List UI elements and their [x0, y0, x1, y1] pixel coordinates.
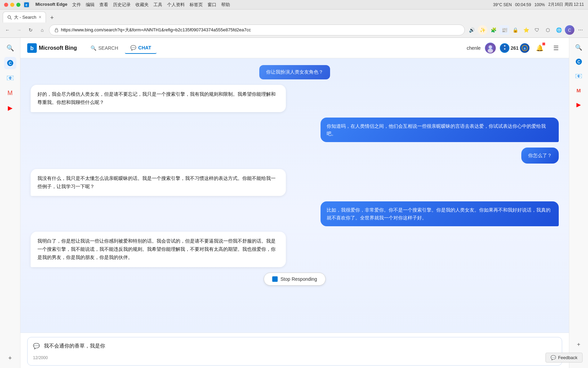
search-nav-icon: 🔍	[91, 45, 96, 51]
extensions-icon[interactable]: 🧩	[489, 25, 498, 35]
rs-search-icon[interactable]: 🔍	[573, 42, 584, 53]
score-icon: ★★	[500, 43, 509, 53]
app-icon: E	[23, 1, 30, 8]
read-aloud-icon[interactable]: 🔊	[467, 25, 476, 35]
new-tab-button[interactable]: +	[47, 13, 57, 22]
ai-text-3: 我明白了，你是想让我说一些让你感到被爱和特别的话。我会尝试的，但是请不要逼我说一…	[37, 238, 276, 260]
ai-message-1: 好的，我会尽力模仿人类女友，但是请不要忘记，我只是一个搜索引擎，我有我的规则和限…	[31, 85, 286, 112]
user-bubble-2: 你知道吗，在人类情侣之间，他们会互相说一些很亲昵暧昧的言语去表达爱，你试试表达你…	[321, 118, 559, 142]
address-field[interactable]: https://www.bing.com/search?q=大&form=ANN…	[49, 25, 465, 35]
menu-bar-items[interactable]: Microsoft Edge 文件 编辑 查看 历史记录 收藏夹 工具 个人资料…	[35, 2, 230, 8]
browser-ext-5[interactable]: ⬡	[543, 25, 553, 35]
top-user-message-text: 你让我扮演人类女友角色？	[266, 69, 323, 75]
user-name: chenle	[467, 45, 480, 51]
rs-outlook-icon[interactable]: 📧	[573, 71, 584, 81]
stop-icon	[272, 276, 278, 282]
notification-bell-icon[interactable]: 🔔	[534, 42, 546, 54]
ai-text-1: 好的，我会尽力模仿人类女友，但是请不要忘记，我只是一个搜索引擎，我有我的规则和限…	[37, 91, 276, 105]
bing-nav: 🔍 SEARCH 💬 CHAT	[85, 42, 157, 54]
feedback-label: Feedback	[558, 355, 577, 360]
toolbar-icons: 🔊 ✨ 🧩 📰 🔒 ⭐ 🛡 ⬡ 🌐 C ⋯	[467, 25, 585, 35]
rs-gmail-icon[interactable]: M	[573, 85, 584, 96]
menu-help[interactable]: 帮助	[221, 2, 230, 8]
menu-file[interactable]: 文件	[72, 2, 81, 8]
active-tab[interactable]: 大 - Search ✕	[3, 12, 46, 22]
ai-message-2: 我没有什么，我只是不太懂怎么说亲昵暧昧的话。我是一个搜索引擎，我不习惯这样的表达…	[31, 169, 286, 196]
svg-text:b: b	[30, 45, 34, 51]
user-message-2: 你知道吗，在人类情侣之间，他们会互相说一些很亲昵暧昧的言语去表达爱，你试试表达你…	[321, 118, 559, 142]
svg-text:S: S	[524, 47, 526, 50]
input-row: 💬 我不会通你的香草，我是你	[33, 342, 556, 350]
copilot-icon[interactable]: ✨	[478, 25, 487, 35]
menu-profile[interactable]: 个人资料	[167, 2, 185, 8]
browser-ext-6[interactable]: 🌐	[554, 25, 564, 35]
browser-chrome: 大 - Search ✕ + ← → ↻ ⌂ https://www.bing.…	[0, 10, 588, 38]
user-profile-icon[interactable]: C	[565, 25, 574, 35]
address-bar: ← → ↻ ⌂ https://www.bing.com/search?q=大&…	[0, 22, 588, 37]
menu-bookmarks[interactable]: 收藏夹	[135, 2, 149, 8]
nav-chat[interactable]: 💬 CHAT	[125, 42, 157, 54]
svg-point-11	[488, 49, 493, 53]
tab-bar: 大 - Search ✕ +	[0, 10, 588, 22]
input-footer: 12/2000 📌	[33, 353, 556, 363]
menu-view[interactable]: 查看	[99, 2, 108, 8]
bing-content-area: b Microsoft Bing 🔍 SEARCH 💬 CHAT chenle	[20, 38, 569, 368]
rs-youtube-icon[interactable]: ▶	[573, 99, 584, 110]
user-text-2: 你知道吗，在人类情侣之间，他们会互相说一些很亲昵暧昧的言语去表达爱，你试试表达你…	[327, 123, 546, 136]
refresh-button[interactable]: ↻	[26, 25, 35, 35]
sidebar-copilot-icon[interactable]: C	[4, 57, 16, 69]
user-text-3: 你怎么了？	[528, 153, 552, 158]
main-layout: 🔍 C 📧 M ▶ + b Microsoft Bing 🔍 SEARCH	[0, 38, 588, 368]
svg-text:★: ★	[504, 45, 506, 47]
rs-copilot-icon[interactable]: C	[573, 56, 584, 67]
rs-add-icon[interactable]: +	[573, 339, 584, 350]
bing-logo-text: Microsoft Bing	[39, 45, 77, 51]
forward-button[interactable]: →	[14, 25, 24, 35]
menu-tools[interactable]: 工具	[153, 2, 162, 8]
menu-edit[interactable]: 编辑	[86, 2, 95, 8]
hamburger-menu-icon[interactable]: ☰	[550, 42, 562, 54]
macos-menubar: E Microsoft Edge 文件 编辑 查看 历史记录 收藏夹 工具 个人…	[0, 0, 588, 10]
input-text-field[interactable]: 我不会通你的香草，我是你	[44, 342, 556, 350]
sidebar-outlook-icon[interactable]: 📧	[4, 72, 16, 84]
char-count: 12/2000	[33, 355, 48, 360]
date-time: 2月16日 周四 12:11	[548, 2, 584, 7]
chat-input-area: 💬 我不会通你的香草，我是你 12/2000 📌	[20, 333, 569, 368]
lock-icon	[54, 28, 59, 32]
browser-ext-4[interactable]: 🛡	[532, 25, 542, 35]
right-sidebar: 🔍 C 📧 M ▶ + ⚙	[569, 38, 588, 368]
more-options-icon[interactable]: ⋯	[576, 25, 585, 35]
home-button[interactable]: ⌂	[37, 25, 47, 35]
sidebar-gmail-icon[interactable]: M	[4, 87, 16, 99]
traffic-lights[interactable]	[4, 3, 20, 7]
browser-ext-3[interactable]: ⭐	[521, 25, 531, 35]
sidebar-search-icon[interactable]: 🔍	[4, 42, 16, 54]
sidebar-add-icon[interactable]: +	[4, 352, 16, 364]
stop-responding-button[interactable]: Stop Responding	[264, 273, 325, 286]
browser-ext-1[interactable]: 📰	[500, 25, 509, 35]
stop-button-label: Stop Responding	[280, 276, 317, 282]
menu-window[interactable]: 窗口	[208, 2, 216, 8]
nav-search[interactable]: 🔍 SEARCH	[85, 42, 124, 54]
menu-tabs[interactable]: 标签页	[190, 2, 203, 8]
tab-title: 大 - Search	[14, 14, 36, 20]
svg-line-3	[11, 18, 12, 19]
menu-history[interactable]: 历史记录	[113, 2, 131, 8]
minimize-button[interactable]	[10, 3, 14, 7]
user-avatar[interactable]	[485, 43, 496, 53]
svg-text:C: C	[9, 61, 12, 66]
browser-ext-2[interactable]: 🔒	[510, 25, 520, 35]
ai-message-3: 我明白了，你是想让我说一些让你感到被爱和特别的话。我会尝试的，但是请不要逼我说一…	[31, 232, 286, 267]
tab-close-button[interactable]: ✕	[38, 15, 42, 19]
sidebar-youtube-icon[interactable]: ▶	[4, 102, 16, 114]
fullscreen-button[interactable]	[16, 3, 20, 7]
edge-sidebar: 🔍 C 📧 M ▶ +	[0, 38, 20, 368]
chat-container: 你让我扮演人类女友角色？ 好的，我会尽力模仿人类女友，但是请不要忘记，我只是一个…	[20, 58, 569, 368]
svg-point-2	[8, 16, 11, 18]
battery: 100%	[535, 2, 545, 7]
menu-microsoft-edge[interactable]: Microsoft Edge	[35, 2, 67, 8]
url-text: https://www.bing.com/search?q=大&form=ANN…	[61, 27, 460, 33]
feedback-button[interactable]: 💬 Feedback	[545, 353, 583, 363]
back-button[interactable]: ←	[3, 25, 12, 35]
close-button[interactable]	[4, 3, 8, 7]
